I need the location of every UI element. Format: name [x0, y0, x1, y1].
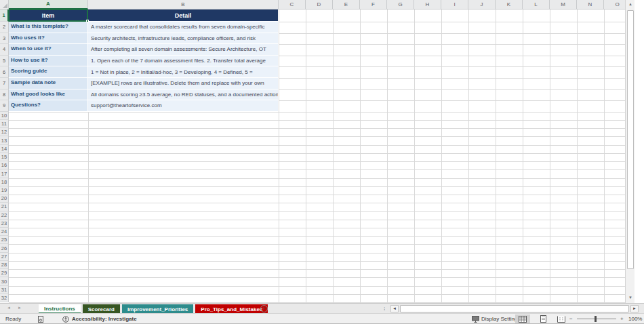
gridline	[468, 9, 469, 302]
macro-record-icon[interactable]	[37, 314, 44, 324]
vertical-scroll-thumb[interactable]	[627, 10, 634, 269]
column-header-F[interactable]: F	[360, 0, 387, 9]
column-header-B[interactable]: B	[88, 0, 279, 9]
cell-A3[interactable]: Who uses it?	[9, 33, 88, 45]
cell-A9[interactable]: Questions?	[9, 100, 88, 112]
column-header-G[interactable]: G	[387, 0, 414, 9]
sheet-tab-improvement_priorities[interactable]: Improvement_Priorities	[122, 304, 193, 314]
cell-B3[interactable]: Security architects, infrastructure lead…	[88, 33, 279, 45]
row-header-23[interactable]: 23	[0, 220, 9, 228]
cell-B4[interactable]: After completing all seven domain assess…	[88, 44, 279, 56]
row-header-5[interactable]: 5	[0, 56, 9, 67]
zoom-level-label[interactable]: 100%	[628, 314, 642, 324]
page-layout-view-button[interactable]	[536, 315, 550, 323]
row-header-17[interactable]: 17	[0, 169, 9, 178]
zoom-slider-thumb[interactable]	[595, 316, 597, 322]
row-header-1[interactable]: 1	[0, 9, 9, 22]
cell-A7[interactable]: Sample data note	[9, 78, 88, 89]
row-header-9[interactable]: 9	[0, 100, 9, 112]
cell-B6[interactable]: 1 = Not in place, 2 = Initial/ad-hoc, 3 …	[88, 66, 279, 78]
new-sheet-button[interactable]: +	[260, 305, 268, 312]
tab-splitter-handle[interactable]: ⁞	[384, 305, 385, 312]
row-header-6[interactable]: 6	[0, 66, 9, 78]
cell-B2[interactable]: A master scorecard that consolidates res…	[88, 22, 279, 33]
zoom-out-button[interactable]: −	[569, 314, 573, 324]
column-header-J[interactable]: J	[468, 0, 496, 9]
tab-nav-right-icon[interactable]: ►	[18, 306, 22, 310]
gridline	[306, 9, 306, 302]
accessibility-icon	[62, 316, 69, 323]
cell-A8[interactable]: What good looks like	[9, 89, 88, 101]
row-header-32[interactable]: 32	[0, 294, 9, 302]
column-header-L[interactable]: L	[523, 0, 550, 9]
display-settings-button[interactable]: Display Settings	[472, 314, 520, 324]
cell-B5[interactable]: 1. Open each of the 7 domain assessment …	[88, 56, 279, 67]
row-header-30[interactable]: 30	[0, 277, 9, 285]
tab-nav-left-icon[interactable]: ◄	[7, 306, 11, 310]
gridline	[9, 169, 635, 170]
zoom-slider-track[interactable]	[577, 319, 616, 319]
vertical-scrollbar[interactable]: ▲ ▼	[625, 0, 635, 303]
row-header-28[interactable]: 28	[0, 261, 9, 269]
row-header-10[interactable]: 10	[0, 112, 9, 120]
row-header-20[interactable]: 20	[0, 195, 9, 203]
row-header-7[interactable]: 7	[0, 78, 9, 89]
column-header-C[interactable]: C	[279, 0, 306, 9]
gridline	[9, 269, 635, 270]
row-header-11[interactable]: 11	[0, 120, 9, 128]
row-header-22[interactable]: 22	[0, 211, 9, 220]
hscroll-right-arrow-icon[interactable]: ►	[630, 305, 639, 312]
column-header-E[interactable]: E	[333, 0, 360, 9]
sheet-tab-pro_tips_and_mistakes[interactable]: Pro_Tips_and_Mistakes	[195, 304, 268, 314]
row-header-26[interactable]: 26	[0, 244, 9, 252]
cell-A4[interactable]: When to use it?	[9, 44, 88, 56]
scroll-down-arrow-icon[interactable]: ▼	[626, 293, 635, 302]
cell-A2[interactable]: What is this template?	[9, 22, 88, 33]
row-header-13[interactable]: 13	[0, 136, 9, 144]
row-header-8[interactable]: 8	[0, 89, 9, 101]
horizontal-scrollbar[interactable]	[400, 305, 629, 312]
row-header-2[interactable]: 2	[0, 22, 9, 33]
row-header-24[interactable]: 24	[0, 228, 9, 236]
select-all-button[interactable]	[0, 0, 9, 9]
column-header-I[interactable]: I	[441, 0, 468, 9]
row-header-15[interactable]: 15	[0, 153, 9, 161]
cell-A1-item-header[interactable]: Item	[9, 9, 88, 22]
normal-view-button[interactable]	[515, 315, 530, 323]
row-header-29[interactable]: 29	[0, 269, 9, 277]
scroll-up-arrow-icon[interactable]: ▲	[626, 0, 635, 9]
zoom-in-button[interactable]: +	[620, 314, 624, 324]
cell-A6[interactable]: Scoring guide	[9, 66, 88, 78]
gridline	[387, 9, 388, 302]
row-header-3[interactable]: 3	[0, 33, 9, 45]
row-header-14[interactable]: 14	[0, 145, 9, 153]
column-header-K[interactable]: K	[496, 0, 523, 9]
status-ready-label: Ready	[5, 314, 21, 324]
row-header-31[interactable]: 31	[0, 286, 9, 294]
column-header-D[interactable]: D	[306, 0, 333, 9]
column-header-A[interactable]: A	[9, 0, 88, 9]
row-header-4[interactable]: 4	[0, 44, 9, 56]
page-break-preview-button[interactable]	[554, 315, 569, 323]
row-header-16[interactable]: 16	[0, 161, 9, 169]
sheet-tab-instructions[interactable]: Instructions	[39, 304, 81, 314]
row-header-25[interactable]: 25	[0, 236, 9, 244]
accessibility-status[interactable]: Accessibility: Investigate	[62, 314, 137, 324]
column-header-H[interactable]: H	[414, 0, 441, 9]
column-header-N[interactable]: N	[577, 0, 604, 9]
cell-B1-detail-header[interactable]: Detail	[88, 9, 279, 22]
row-header-19[interactable]: 19	[0, 186, 9, 195]
sheet-tab-scorecard[interactable]: Scorecard	[83, 304, 120, 314]
gridline	[9, 277, 635, 278]
hscroll-left-arrow-icon[interactable]: ◄	[390, 305, 399, 312]
row-header-27[interactable]: 27	[0, 253, 9, 261]
row-header-12[interactable]: 12	[0, 128, 9, 136]
cell-B9[interactable]: support@theartofservice.com	[88, 100, 279, 112]
cell-A5[interactable]: How to use it?	[9, 56, 88, 67]
cell-B7[interactable]: [EXAMPLE] rows are illustrative. Delete …	[88, 78, 279, 89]
row-header-18[interactable]: 18	[0, 178, 9, 186]
row-header-21[interactable]: 21	[0, 203, 9, 211]
gridline	[9, 228, 635, 228]
cell-B8[interactable]: All domains scoring ≥3.5 average, no RED…	[88, 89, 279, 101]
column-header-M[interactable]: M	[550, 0, 577, 9]
